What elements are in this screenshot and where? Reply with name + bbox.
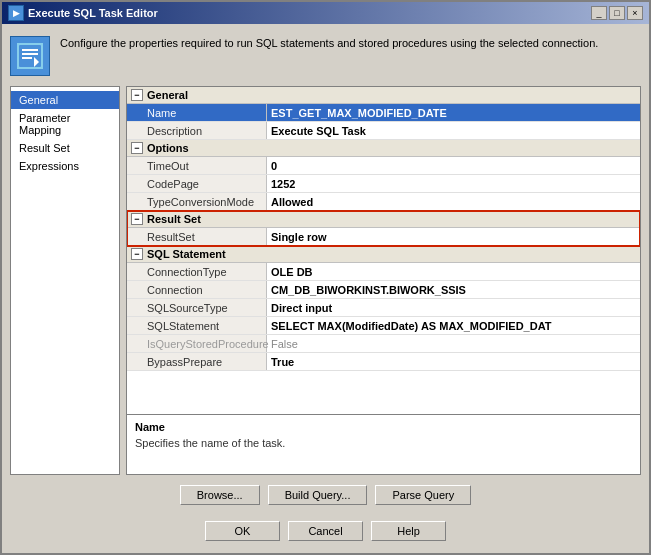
title-bar-left: ▶ Execute SQL Task Editor [8,5,158,21]
prop-row-resultset: ResultSet Single row [127,228,640,246]
header-description: Configure the properties required to run… [60,36,598,51]
prop-value-sqlstatement: SELECT MAX(ModifiedDate) AS MAX_MODIFIED… [267,317,640,334]
header-icon [10,36,50,76]
general-section-header: − General [127,87,640,104]
prop-name-description: Description [127,122,267,139]
options-section-label: Options [147,142,189,154]
main-area: General Parameter Mapping Result Set Exp… [10,86,641,475]
prop-row-connectiontype: ConnectionType OLE DB [127,263,640,281]
dialog-buttons-row: OK Cancel Help [10,515,641,545]
build-query-button[interactable]: Build Query... [268,485,368,505]
maximize-button[interactable]: □ [609,6,625,20]
sidebar-item-result-set[interactable]: Result Set [11,139,119,157]
browse-button[interactable]: Browse... [180,485,260,505]
prop-value-isquery: False [267,335,640,352]
prop-name-connection: Connection [127,281,267,298]
prop-row-typeconversion: TypeConversionMode Allowed [127,193,640,211]
svg-rect-1 [22,49,38,51]
prop-value-description: Execute SQL Task [267,122,640,139]
description-text: Specifies the name of the task. [135,437,632,449]
help-button[interactable]: Help [371,521,446,541]
svg-rect-2 [22,53,38,55]
result-set-section-header: − Result Set [127,211,640,228]
action-buttons-row: Browse... Build Query... Parse Query [10,481,641,509]
window-content: Configure the properties required to run… [2,24,649,553]
prop-row-isquery: IsQueryStoredProcedure False [127,335,640,353]
prop-value-sqlsourcetype: Direct input [267,299,640,316]
options-section-header: − Options [127,140,640,157]
sidebar-item-general[interactable]: General [11,91,119,109]
description-area: Name Specifies the name of the task. [127,414,640,474]
sql-collapse-btn[interactable]: − [131,248,143,260]
sql-statement-section-header: − SQL Statement [127,246,640,263]
sidebar-item-expressions[interactable]: Expressions [11,157,119,175]
general-section-label: General [147,89,188,101]
prop-name-codepage: CodePage [127,175,267,192]
svg-rect-3 [22,57,32,59]
prop-row-timeout: TimeOut 0 [127,157,640,175]
prop-row-codepage: CodePage 1252 [127,175,640,193]
ok-button[interactable]: OK [205,521,280,541]
result-set-highlight: − Result Set ResultSet Single row [127,211,640,246]
properties-scroll[interactable]: − General Name EST_GET_MAX_MODIFIED_DATE… [127,87,640,414]
prop-name-resultset: ResultSet [127,228,267,245]
sidebar: General Parameter Mapping Result Set Exp… [10,86,120,475]
prop-name-connectiontype: ConnectionType [127,263,267,280]
prop-value-resultset: Single row [267,228,640,245]
prop-name-name: Name [127,104,267,121]
prop-row-bypass: BypassPrepare True [127,353,640,371]
prop-value-codepage: 1252 [267,175,640,192]
close-button[interactable]: × [627,6,643,20]
prop-row-sqlstatement: SQLStatement SELECT MAX(ModifiedDate) AS… [127,317,640,335]
cancel-button[interactable]: Cancel [288,521,363,541]
description-title: Name [135,421,632,433]
prop-row-sqlsourcetype: SQLSourceType Direct input [127,299,640,317]
prop-name-typeconversion: TypeConversionMode [127,193,267,210]
parse-query-button[interactable]: Parse Query [375,485,471,505]
prop-value-timeout: 0 [267,157,640,174]
sql-section-label: SQL Statement [147,248,226,260]
main-window: ▶ Execute SQL Task Editor _ □ × [0,0,651,555]
prop-name-bypass: BypassPrepare [127,353,267,370]
prop-value-connection: CM_DB_BIWORKINST.BIWORK_SSIS [267,281,640,298]
general-collapse-btn[interactable]: − [131,89,143,101]
result-set-collapse-btn[interactable]: − [131,213,143,225]
prop-value-connectiontype: OLE DB [267,263,640,280]
prop-row-connection: Connection CM_DB_BIWORKINST.BIWORK_SSIS [127,281,640,299]
sidebar-item-parameter-mapping[interactable]: Parameter Mapping [11,109,119,139]
prop-row-name: Name EST_GET_MAX_MODIFIED_DATE [127,104,640,122]
prop-value-typeconversion: Allowed [267,193,640,210]
header-section: Configure the properties required to run… [10,32,641,80]
prop-name-sqlsourcetype: SQLSourceType [127,299,267,316]
prop-name-isquery: IsQueryStoredProcedure [127,335,267,352]
title-controls: _ □ × [591,6,643,20]
result-set-section-label: Result Set [147,213,201,225]
content-area: − General Name EST_GET_MAX_MODIFIED_DATE… [126,86,641,475]
prop-value-name: EST_GET_MAX_MODIFIED_DATE [267,104,640,121]
prop-name-sqlstatement: SQLStatement [127,317,267,334]
prop-name-timeout: TimeOut [127,157,267,174]
prop-row-description: Description Execute SQL Task [127,122,640,140]
svg-rect-0 [19,45,41,67]
options-collapse-btn[interactable]: − [131,142,143,154]
header-icon-inner [16,42,44,70]
minimize-button[interactable]: _ [591,6,607,20]
window-title: Execute SQL Task Editor [28,7,158,19]
window-icon: ▶ [8,5,24,21]
title-bar: ▶ Execute SQL Task Editor _ □ × [2,2,649,24]
prop-value-bypass: True [267,353,640,370]
